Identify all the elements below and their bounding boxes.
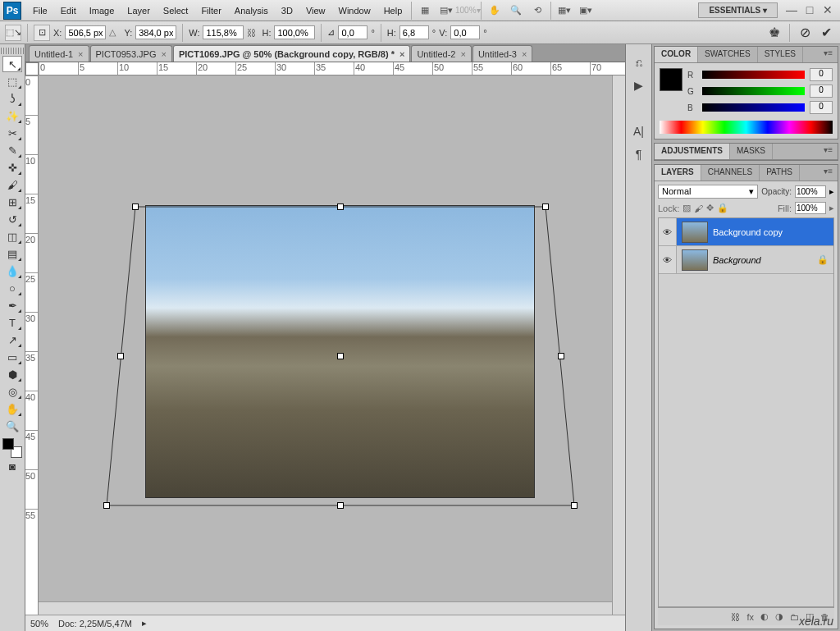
reference-point-icon[interactable]: ⊡: [34, 25, 50, 41]
transform-handle[interactable]: [337, 203, 344, 210]
menu-image[interactable]: Image: [83, 2, 121, 19]
workspace-switcher[interactable]: ESSENTIALS ▾: [698, 2, 778, 18]
y-input[interactable]: [135, 25, 176, 39]
color-swatch[interactable]: [660, 68, 682, 91]
layer-visibility-icon[interactable]: 👁: [659, 246, 677, 273]
doc-tab[interactable]: PICT1069.JPG @ 50% (Background copy, RGB…: [173, 45, 410, 62]
transform-handle[interactable]: [542, 203, 549, 210]
doc-tab[interactable]: Untitled-3×: [472, 45, 533, 62]
hand-tool[interactable]: ✋: [2, 400, 22, 417]
fill-input[interactable]: [795, 202, 826, 214]
g-slider[interactable]: [702, 87, 805, 95]
b-value[interactable]: 0: [810, 101, 833, 114]
minimize-button[interactable]: —: [784, 5, 799, 16]
toolbox-grip[interactable]: [1, 48, 24, 54]
zoom-level-icon[interactable]: 100%▾: [459, 3, 476, 18]
menu-edit[interactable]: Edit: [54, 2, 83, 19]
arrange-icon[interactable]: ▦▾: [556, 3, 573, 18]
panel-menu-icon[interactable]: ▾≡: [819, 144, 838, 159]
screen-mode-icon[interactable]: ▣▾: [578, 3, 594, 18]
layers-tab[interactable]: LAYERS: [655, 165, 701, 181]
layer-visibility-icon[interactable]: 👁: [659, 218, 677, 245]
actions-panel-icon[interactable]: ▶: [630, 77, 648, 94]
hand-icon[interactable]: ✋: [486, 3, 503, 18]
lock-pixels-icon[interactable]: 🖌: [694, 203, 703, 213]
h-input[interactable]: [274, 25, 315, 39]
zoom-icon[interactable]: 🔍: [508, 3, 524, 18]
doc-size[interactable]: Doc: 2,25M/5,47M: [58, 619, 132, 629]
adjustment-layer-icon[interactable]: ◑: [775, 611, 783, 622]
layer-thumbnail[interactable]: [682, 249, 708, 271]
eraser-tool[interactable]: ◫: [2, 228, 22, 245]
history-brush-tool[interactable]: ↺: [2, 211, 22, 227]
layer-name[interactable]: Background: [713, 255, 761, 265]
ruler-origin[interactable]: [25, 62, 39, 75]
menu-window[interactable]: Window: [332, 2, 377, 19]
layer-name[interactable]: Background copy: [713, 227, 783, 237]
panel-menu-icon[interactable]: ▾≡: [819, 47, 838, 62]
horizontal-ruler[interactable]: 0510152025303540455055606570: [39, 62, 625, 75]
layer-item[interactable]: 👁 Background copy: [659, 218, 833, 246]
hskew-input[interactable]: [399, 25, 429, 39]
styles-tab[interactable]: STYLES: [758, 47, 803, 62]
blend-mode-select[interactable]: Normal▾: [658, 185, 758, 199]
masks-tab[interactable]: MASKS: [730, 144, 773, 159]
transform-handle[interactable]: [337, 502, 344, 509]
close-icon[interactable]: ×: [522, 49, 527, 59]
transform-handle[interactable]: [132, 203, 139, 210]
extras-icon[interactable]: ▤▾: [438, 3, 454, 18]
doc-tab[interactable]: Untitled-2×: [411, 45, 472, 62]
transform-handle[interactable]: [571, 502, 578, 509]
history-panel-icon[interactable]: ⎌: [630, 54, 648, 71]
horizontal-scrollbar[interactable]: [39, 601, 612, 615]
swatches-tab[interactable]: SWATCHES: [698, 47, 758, 62]
vertical-ruler[interactable]: 0510152025303540455055: [25, 75, 39, 615]
canvas-viewport[interactable]: [39, 75, 625, 615]
brush-tool[interactable]: 🖌: [2, 176, 22, 193]
opacity-input[interactable]: [795, 185, 826, 198]
r-slider[interactable]: [702, 71, 805, 79]
crop-tool[interactable]: ✂: [2, 125, 22, 141]
marquee-tool[interactable]: ⬚: [2, 73, 22, 89]
type-tool[interactable]: T: [2, 314, 22, 331]
close-icon[interactable]: ×: [399, 49, 404, 59]
lock-position-icon[interactable]: ✥: [706, 203, 714, 213]
layer-thumbnail[interactable]: [682, 222, 708, 243]
close-icon[interactable]: ×: [162, 49, 167, 59]
layer-group-icon[interactable]: 🗀: [790, 612, 799, 622]
transform-handle[interactable]: [558, 353, 564, 359]
bridge-icon[interactable]: ▦: [417, 3, 433, 18]
healing-brush-tool[interactable]: ✜: [2, 159, 22, 176]
shape-tool[interactable]: ▭: [2, 349, 22, 365]
layer-mask-icon[interactable]: ◐: [760, 611, 769, 622]
transform-handle[interactable]: [103, 502, 110, 509]
link-layers-icon[interactable]: ⛓: [731, 612, 740, 622]
lock-transparency-icon[interactable]: ▨: [682, 203, 691, 213]
color-tab[interactable]: COLOR: [655, 47, 698, 62]
b-slider[interactable]: [702, 103, 805, 112]
doc-tab[interactable]: Untitled-1×: [29, 45, 89, 62]
menu-layer[interactable]: Layer: [121, 2, 157, 19]
foreground-background-swatch[interactable]: [2, 438, 22, 458]
character-panel-icon[interactable]: A|: [630, 123, 648, 139]
stamp-tool[interactable]: ⊞: [2, 194, 22, 210]
transform-tool-icon[interactable]: ⬚↘: [5, 25, 21, 41]
foreground-color-swatch[interactable]: [2, 438, 14, 450]
3d-camera-tool[interactable]: ◎: [2, 383, 22, 400]
close-icon[interactable]: ×: [460, 49, 465, 59]
rotate-view-icon[interactable]: ⟲: [529, 3, 546, 18]
color-spectrum[interactable]: [660, 121, 833, 134]
transform-handle[interactable]: [117, 353, 124, 359]
menu-analysis[interactable]: Analysis: [228, 2, 275, 19]
status-arrow-icon[interactable]: ▸: [142, 618, 147, 629]
angle-input[interactable]: [338, 25, 368, 39]
3d-tool[interactable]: ⬢: [2, 366, 22, 382]
menu-filter[interactable]: Filter: [194, 2, 227, 19]
commit-transform-button[interactable]: ✔: [817, 25, 835, 41]
g-value[interactable]: 0: [810, 85, 833, 98]
adjustments-tab[interactable]: ADJUSTMENTS: [655, 144, 730, 159]
menu-help[interactable]: Help: [377, 2, 409, 19]
quick-mask-tool[interactable]: ◙: [2, 458, 22, 474]
lock-all-icon[interactable]: 🔒: [717, 203, 728, 213]
eyedropper-tool[interactable]: ✎: [2, 142, 22, 158]
